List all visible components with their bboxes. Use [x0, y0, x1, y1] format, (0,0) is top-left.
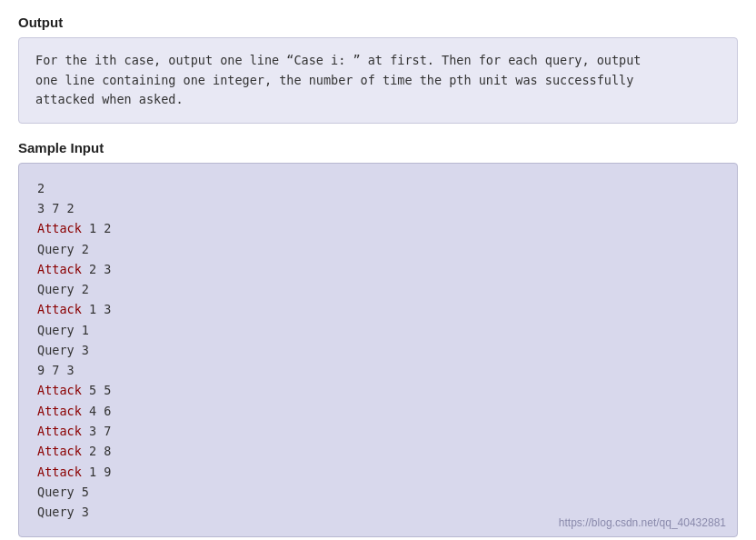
- sample-input-content: 2 3 7 2 Attack 1 2 Query 2 Attack 2 3 Qu…: [37, 178, 719, 523]
- sample-input-title: Sample Input: [18, 140, 738, 155]
- output-title: Output: [18, 15, 738, 30]
- output-line1: For the ith case, output one line “Case …: [35, 51, 721, 71]
- output-line3: attacked when asked.: [35, 90, 721, 110]
- output-line2: one line containing one integer, the num…: [35, 71, 721, 91]
- output-box: For the ith case, output one line “Case …: [18, 37, 738, 124]
- sample-input-box: 2 3 7 2 Attack 1 2 Query 2 Attack 2 3 Qu…: [18, 163, 738, 538]
- watermark: https://blog.csdn.net/qq_40432881: [559, 516, 726, 529]
- page-container: Output For the ith case, output one line…: [0, 0, 756, 540]
